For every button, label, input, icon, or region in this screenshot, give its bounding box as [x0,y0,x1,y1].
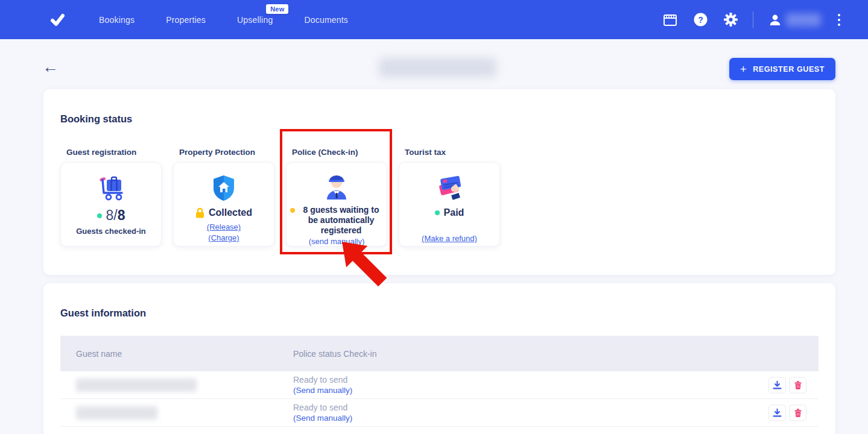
new-badge: New [266,4,288,14]
guest-table-header: Guest name Police status Check-in [60,336,819,371]
svg-text:?: ? [698,15,703,25]
police-status-text: 8 guests waiting to be automatically reg… [299,205,383,236]
guest-information-card: Guest information Guest name Police stat… [43,283,835,434]
status-tiles: Guest registration [60,148,819,247]
tile-tourist-tax: Tourist tax Paid [399,148,500,247]
nav-item-upselling[interactable]: Upselling New [237,15,273,25]
help-icon[interactable]: ? [692,12,708,28]
gear-icon[interactable] [723,12,738,28]
trash-icon [794,408,802,417]
page-title-redacted [379,58,496,77]
police-status-value: Ready to send [293,403,352,412]
send-manually-row-link[interactable]: (Send manually) [293,414,352,423]
guest-table: Guest name Police status Check-in Ready … [60,336,819,434]
tile-guest-registration-title: Guest registration [60,148,162,157]
send-manually-row-link[interactable]: (Send manually) [293,386,352,395]
download-icon [773,380,782,389]
send-manually-link[interactable]: (send manually) [309,237,365,246]
tile-property-protection-title: Property Protection [173,148,274,157]
download-button[interactable] [768,377,786,393]
police-officer-icon [322,172,351,200]
guests-count: 8/8 [106,207,125,224]
plus-icon: + [740,64,747,75]
register-guest-button[interactable]: + REGISTER GUEST [729,58,835,80]
nav-item-properties[interactable]: Properties [166,15,206,25]
user-menu[interactable] [768,13,821,27]
status-dot-yellow [290,208,295,213]
tile-tourist-tax-title: Tourist tax [399,148,500,157]
booking-status-card: Booking status Guest registration [43,89,835,275]
make-refund-link[interactable]: (Make a refund) [422,234,477,243]
marketplace-icon[interactable] [662,12,678,28]
table-row: Yogesh Kumar Ramesh Chandra Patel Ready … [60,427,819,434]
guest-name-redacted [76,379,197,392]
nav-item-bookings[interactable]: Bookings [99,15,135,25]
police-status-value: Ready to send [293,375,352,385]
booking-status-title: Booking status [60,113,819,125]
delete-button[interactable] [789,377,806,393]
luggage-cart-icon [95,172,127,204]
tile-police-checkin: Police (Check-in) 8 guests waiting to be… [286,148,387,247]
padlock-icon [195,207,204,218]
guest-information-title: Guest information [60,307,819,319]
release-link[interactable]: (Release) [207,222,241,231]
guests-checked-in-label: Guests checked-in [76,227,146,236]
table-row: Ready to send (Send manually) [60,371,819,399]
nav-item-documents[interactable]: Documents [304,15,348,25]
user-name-redacted [786,13,821,27]
shield-home-icon [211,172,237,204]
download-button[interactable] [768,404,786,421]
col-police-status: Police status Check-in [293,349,377,359]
navbar-divider [753,11,753,28]
guest-name-redacted [76,406,157,420]
tile-property-protection: Property Protection C [173,148,274,247]
download-icon [773,408,782,417]
status-dot-green [97,213,102,218]
back-button[interactable]: ← [42,59,59,75]
credit-card-hand-icon [434,172,465,204]
register-guest-label: REGISTER GUEST [753,65,825,74]
tile-guest-registration: Guest registration [60,148,162,247]
kebab-menu-icon[interactable] [835,11,843,28]
nav-menu: Bookings Properties Upselling New Docume… [99,15,348,25]
protection-status: Collected [209,207,252,218]
app-logo-check-icon[interactable] [47,10,68,30]
delete-button[interactable] [789,404,806,421]
tile-police-checkin-title: Police (Check-in) [286,148,387,157]
top-navbar: Bookings Properties Upselling New Docume… [0,0,868,39]
navbar-right: ? [662,0,843,39]
user-icon [768,13,782,27]
table-row: Ready to send (Send manually) [60,399,819,427]
charge-link[interactable]: (Charge) [208,233,239,242]
tourist-tax-status: Paid [444,207,464,218]
status-dot-green [435,210,440,215]
col-guest-name: Guest name [60,349,293,359]
trash-icon [794,380,802,389]
nav-item-upselling-label: Upselling [237,15,273,25]
